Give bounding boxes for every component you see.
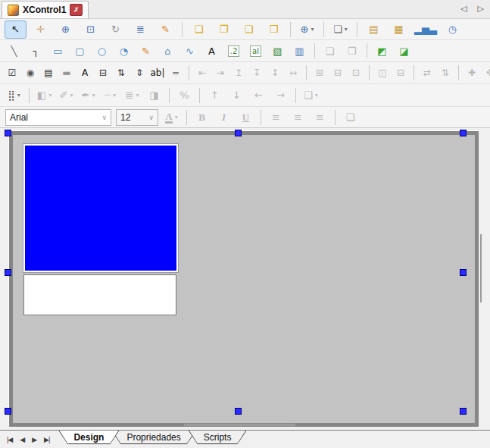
- move-right-button[interactable]: →: [270, 86, 291, 105]
- tab-scroll-left-button[interactable]: ◁: [460, 3, 467, 14]
- edit-control-tool[interactable]: ab|: [148, 64, 167, 82]
- sheet-tab-design[interactable]: Design: [58, 431, 119, 444]
- text-box-object[interactable]: [23, 274, 176, 315]
- text-field-tool[interactable]: al: [245, 42, 266, 60]
- first-tab-button[interactable]: |◀: [4, 434, 15, 445]
- selection-handle-top-left[interactable]: [5, 130, 11, 136]
- move-up-button[interactable]: ↑: [204, 86, 225, 105]
- prev-tab-button[interactable]: ◀: [17, 434, 27, 445]
- checkbox-control-tool[interactable]: ☑: [3, 64, 21, 82]
- line-width-dropdown[interactable]: ≣▾: [122, 86, 142, 105]
- layers-dropdown[interactable]: ❏▾: [329, 20, 351, 39]
- zoom-level-dropdown[interactable]: ⊕▾: [296, 20, 318, 39]
- group-button[interactable]: ❏: [320, 42, 340, 60]
- link-vertical-button[interactable]: ◪: [394, 42, 414, 60]
- combobox-control-tool[interactable]: ⊟: [94, 64, 112, 82]
- sheet-tab-propriedades[interactable]: Propriedades: [111, 431, 195, 444]
- rotate-tool[interactable]: ↻: [105, 20, 126, 39]
- center-horizontal-in-window-button[interactable]: ◫: [373, 64, 392, 82]
- edit-anchors-tool[interactable]: ✎: [154, 20, 176, 39]
- align-bottom-button[interactable]: ↧: [248, 64, 266, 82]
- selection-handle-top-center[interactable]: [235, 130, 242, 136]
- align-text-center-button[interactable]: ≡: [288, 108, 308, 127]
- transparency-button[interactable]: %: [174, 86, 195, 105]
- zoom-in-tool[interactable]: ⊕: [55, 20, 76, 39]
- selection-handle-middle-left[interactable]: [5, 269, 11, 276]
- insert-timer-button[interactable]: ◷: [442, 20, 463, 39]
- rectangle-tool[interactable]: ▭: [48, 42, 68, 60]
- spinner-control-tool[interactable]: ⇅: [112, 64, 130, 82]
- grid-settings-dropdown[interactable]: ⣿▾: [4, 86, 24, 105]
- insert-dbgrid-button[interactable]: ▦: [388, 20, 410, 39]
- next-tab-button[interactable]: ▶: [29, 434, 39, 445]
- last-tab-button[interactable]: ▶|: [41, 434, 52, 445]
- align-left-button[interactable]: ⇤: [193, 64, 211, 82]
- move-down-button[interactable]: ↓: [226, 86, 247, 105]
- ellipse-tool[interactable]: ○: [92, 42, 112, 60]
- updown-control-tool[interactable]: ⇕: [130, 64, 148, 82]
- link-horizontal-button[interactable]: ◩: [372, 42, 392, 60]
- sheet-tab-scripts[interactable]: Scripts: [189, 431, 247, 444]
- select-tool[interactable]: ↖: [5, 20, 27, 39]
- align-center-vertical-button[interactable]: ↕: [266, 64, 284, 82]
- button-control-tool[interactable]: ▬: [58, 64, 76, 82]
- align-top-button[interactable]: ↥: [229, 64, 248, 82]
- listbox-control-tool[interactable]: ▤: [39, 64, 58, 82]
- tab-order-tool[interactable]: ≣: [130, 20, 151, 39]
- send-to-back-button[interactable]: ❐: [213, 20, 235, 39]
- label-control-tool[interactable]: A: [76, 64, 94, 82]
- font-color-dropdown[interactable]: A▾: [161, 108, 182, 127]
- align-right-button[interactable]: ⇥: [211, 64, 229, 82]
- number-field-tool[interactable]: .2: [223, 42, 244, 60]
- same-width-button[interactable]: ⊞: [311, 64, 329, 82]
- fill-effects-button[interactable]: ◨: [144, 86, 164, 105]
- horizontal-scrollbar-thumb[interactable]: [184, 424, 295, 426]
- align-text-right-button[interactable]: ≡: [310, 108, 330, 127]
- vertical-scrollbar-thumb[interactable]: [480, 234, 482, 302]
- move-left-button[interactable]: ←: [248, 86, 269, 105]
- image-tool[interactable]: ▧: [267, 42, 288, 60]
- nudge-move-button[interactable]: ✚: [463, 64, 481, 82]
- ungroup-button[interactable]: ❐: [342, 42, 362, 60]
- shadow-dropdown[interactable]: ❑▾: [301, 86, 321, 105]
- space-equal-horizontal-button[interactable]: ⇄: [418, 64, 436, 82]
- align-center-horizontal-button[interactable]: ↔: [284, 64, 302, 82]
- freeform-tool[interactable]: ∿: [179, 42, 200, 60]
- selection-handle-bottom-right[interactable]: [460, 408, 467, 415]
- fill-color-dropdown[interactable]: ◧▾: [34, 86, 55, 105]
- bring-forward-button[interactable]: ❑: [238, 20, 260, 39]
- space-equal-vertical-button[interactable]: ⇅: [436, 64, 454, 82]
- nudge-size-button[interactable]: ✜: [481, 64, 490, 82]
- line-color-dropdown[interactable]: ✒▾: [78, 86, 98, 105]
- tab-scroll-right-button[interactable]: ▷: [478, 3, 484, 14]
- align-text-left-button[interactable]: ≡: [266, 108, 286, 127]
- design-surface[interactable]: [9, 131, 479, 427]
- same-height-button[interactable]: ⊟: [329, 64, 347, 82]
- pencil-tool[interactable]: ✎: [136, 42, 156, 60]
- selection-handle-bottom-left[interactable]: [5, 408, 11, 415]
- ruler-tool[interactable]: ▥: [289, 42, 310, 60]
- polygon-tool[interactable]: ⌂: [158, 42, 178, 60]
- polyline-tool[interactable]: ┐: [26, 42, 46, 60]
- brush-style-dropdown[interactable]: ✐▾: [56, 86, 76, 105]
- bold-button[interactable]: B: [192, 108, 212, 127]
- font-family-combo[interactable]: Arial ∨: [5, 109, 111, 126]
- same-size-button[interactable]: ⊡: [347, 64, 365, 82]
- insert-dialog-button[interactable]: ▤: [363, 20, 385, 39]
- radiobutton-control-tool[interactable]: ◉: [21, 64, 39, 82]
- pan-tool[interactable]: ✛: [30, 20, 51, 39]
- text-tool[interactable]: A: [201, 42, 222, 60]
- selection-handle-bottom-center[interactable]: [235, 408, 242, 415]
- line-style-dropdown[interactable]: ┄▾: [100, 86, 120, 105]
- selection-handle-middle-right[interactable]: [460, 269, 467, 276]
- line-tool[interactable]: ╲: [4, 42, 24, 60]
- image-object[interactable]: [23, 144, 178, 272]
- zoom-region-tool[interactable]: ⊡: [80, 20, 101, 39]
- send-backward-button[interactable]: ❒: [263, 20, 285, 39]
- panel-control-tool[interactable]: =: [167, 64, 185, 82]
- document-tab-xcontrol1[interactable]: XControl1 ✗: [2, 1, 89, 18]
- pie-tool[interactable]: ◔: [114, 42, 134, 60]
- selection-handle-top-right[interactable]: [460, 130, 467, 136]
- font-size-combo[interactable]: 12 ∨: [116, 109, 158, 126]
- center-vertical-in-window-button[interactable]: ⊟: [392, 64, 410, 82]
